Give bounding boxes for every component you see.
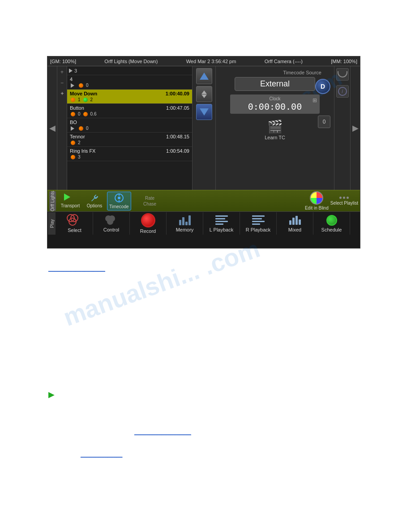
edit-blind-button[interactable]: Edit in Blind [305, 191, 329, 210]
cue-sub-0: 0 [86, 83, 89, 88]
select-playlist-button[interactable]: Select Playlist [330, 197, 358, 206]
clock-box: Clock 0:00:00.00 ⊞ [230, 94, 320, 114]
tc-external-display: External [235, 77, 315, 91]
link-2[interactable]: ___________________ [134, 429, 191, 435]
right-side-icons: i [334, 66, 350, 190]
orff-lights-tab[interactable]: Orff Lights [49, 191, 56, 211]
link-3[interactable]: ______________ [81, 451, 122, 458]
select-icon [67, 214, 83, 227]
record-label: Record [140, 228, 156, 234]
cue-time-ring: 1:00:54.09 [166, 148, 189, 154]
record-button[interactable]: Record [130, 212, 167, 235]
cue-row-3-header[interactable]: 3 [67, 66, 192, 75]
rate-label[interactable]: Rate [145, 196, 154, 201]
r-playback-button[interactable]: R Playback [240, 212, 277, 235]
minus-icon[interactable]: − [58, 79, 66, 87]
cue-name-button: Button [70, 105, 84, 111]
cue-time-move-down: 1:00:40.09 [166, 91, 189, 96]
nav-arrow-right[interactable]: ▶ [350, 66, 360, 190]
timecode-label: Timecode [109, 204, 129, 209]
nav-arrow-left[interactable]: ◀ [47, 66, 57, 190]
dot-btn-1 [71, 112, 75, 116]
expand-icon [69, 69, 73, 73]
options-label: Options [87, 203, 102, 208]
clock-label: Clock [234, 96, 316, 101]
learn-tc-area: 🎬 Learn TC [265, 119, 285, 140]
camera-label: Orff Camera (----) [265, 59, 303, 64]
expand-4-icon [71, 83, 74, 88]
three-dots-icon [339, 197, 349, 199]
link-1[interactable]: ___________________ [48, 266, 105, 272]
bowl-icon [338, 71, 347, 77]
tc-source-label: Timecode Source [283, 70, 321, 75]
cue-bo-num0: 0 [86, 126, 89, 131]
svg-point-1 [118, 197, 120, 199]
mixed-icon [288, 215, 302, 226]
cue-row-button[interactable]: Button 1:00:47.05 0 0.6 [67, 104, 192, 118]
right-tb-area: Edit in Blind Select Playlist [305, 191, 358, 210]
bowl-button[interactable] [336, 68, 349, 81]
go-updown-button[interactable] [196, 86, 212, 102]
center-buttons [193, 66, 216, 190]
cue-btn-num06: 0.6 [90, 112, 97, 116]
external-label: External [260, 79, 290, 88]
cue-row-bo[interactable]: BO 0 [67, 118, 192, 133]
cue-row-tennor[interactable]: Tennor 1:00:48.15 2 [67, 133, 192, 147]
clapperboard-icon: 🎬 [267, 119, 283, 134]
transport-button[interactable]: Transport [59, 192, 82, 210]
mixed-label: Mixed [288, 227, 301, 232]
dot-ten-1 [71, 141, 75, 145]
cue-ten-num2: 2 [78, 140, 81, 145]
dot1 [339, 197, 342, 199]
d-button[interactable]: D [315, 79, 330, 94]
cue-md-num2: 2 [90, 97, 93, 102]
options-icon [88, 193, 101, 202]
link-area-3: ______________ [81, 450, 122, 458]
learn-tc-label[interactable]: Learn TC [265, 135, 285, 140]
l-playback-icon [214, 215, 230, 226]
go-up-button[interactable] [196, 68, 212, 84]
mixed-button[interactable]: Mixed [277, 212, 313, 235]
l-playback-button[interactable]: L Playback [203, 212, 240, 235]
r-playback-label: R Playback [246, 227, 271, 232]
arrow-up-icon [201, 90, 207, 94]
zero-button[interactable]: 0 [318, 116, 330, 128]
dot3 [347, 197, 349, 199]
cue-time-tennor: 1:00:48.15 [166, 134, 189, 139]
cue-row-move-down[interactable]: Move Down 1:00:40.09 1 2 [67, 90, 192, 104]
schedule-button[interactable]: Schedule [313, 212, 350, 235]
dot2 [343, 197, 345, 199]
toolbar-green: Orff Lights Transport Options [47, 190, 360, 211]
r-playback-icon [250, 215, 266, 226]
memory-label: Memory [176, 227, 194, 232]
memory-button[interactable]: Memory [167, 212, 203, 235]
go-down-button[interactable] [196, 104, 212, 120]
tc-source-area: Timecode Source External D Clock 0:00:00… [216, 66, 334, 144]
control-button[interactable]: Control [93, 212, 130, 235]
timecode-button[interactable]: Timecode [107, 192, 131, 210]
right-panel: com Timecode Source External D Clock 0:0… [216, 66, 334, 190]
edit-blind-label: Edit in Blind [305, 206, 329, 210]
cue-row-ring-iris[interactable]: Ring Iris FX 1:00:54.09 3 [67, 147, 192, 161]
cue-name-ring: Ring Iris FX [70, 148, 95, 154]
dot-ring-1 [71, 155, 75, 159]
mm-label: [MM: 100%] [331, 59, 357, 64]
cue-row-4[interactable]: 4 0 [67, 75, 192, 90]
control-icon [104, 215, 119, 226]
select-button[interactable]: Select [56, 212, 93, 235]
schedule-label: Schedule [321, 227, 342, 232]
chase-label[interactable]: Chase [143, 202, 156, 206]
options-button[interactable]: Options [83, 192, 106, 210]
info-button[interactable]: i [336, 85, 349, 98]
record-icon [141, 213, 155, 227]
cue-ring-num3: 3 [78, 154, 81, 159]
control-label: Control [103, 227, 119, 232]
add-icon[interactable]: + [58, 68, 66, 76]
cue-time-button: 1:00:47.05 [166, 105, 189, 111]
cue-md-num1: 1 [78, 97, 81, 102]
timecode-icon [113, 193, 125, 203]
cue-name-4: 4 [70, 77, 73, 82]
memory-icon [178, 215, 192, 226]
cue-btn-num0: 0 [78, 112, 81, 116]
star-icon[interactable]: ✦ [58, 90, 66, 98]
